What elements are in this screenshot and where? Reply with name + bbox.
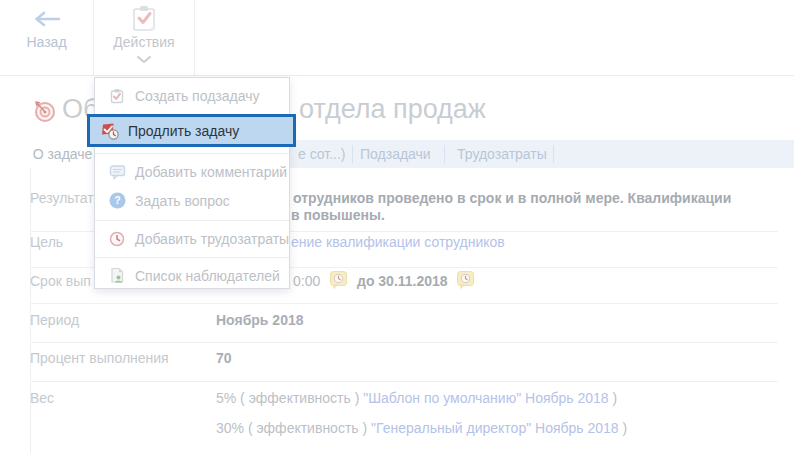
- chevron-down-icon: [136, 55, 152, 64]
- field-label-period: Период: [30, 312, 79, 328]
- question-icon: ?: [108, 192, 126, 210]
- weight-row1-suffix: ): [609, 390, 618, 406]
- deadline-time-fragment: 0:00: [293, 273, 320, 289]
- period-value: Ноябрь 2018: [216, 312, 304, 328]
- percent-value: 70: [216, 350, 232, 366]
- svg-text:?: ?: [114, 194, 120, 206]
- field-label-deadline: Срок вып: [30, 273, 91, 289]
- goal-link[interactable]: ение квалификации сотрудников: [291, 234, 505, 250]
- top-toolbar: Назад Действия: [0, 0, 794, 76]
- back-arrow-icon: [31, 11, 63, 27]
- menu-item-ask-question[interactable]: ? Задать вопрос: [95, 186, 289, 215]
- reminder-icon[interactable]: [330, 271, 347, 289]
- menu-item-label: Продлить задачу: [128, 123, 239, 139]
- weight-row1-link[interactable]: "Шаблон по умолчанию" Ноябрь 2018: [363, 390, 608, 406]
- field-label-result: Результат: [30, 190, 94, 206]
- tab-timelog[interactable]: Трудозатраты: [457, 140, 547, 168]
- weight-row-2: 30% ( эффективность ) "Генеральный дирек…: [216, 420, 627, 436]
- task-page: Назад Действия Обуч отдела продаж О зада…: [0, 0, 794, 474]
- menu-item-label: Задать вопрос: [135, 193, 230, 209]
- tab-separator: [553, 145, 554, 163]
- reminder-icon[interactable]: [457, 271, 474, 289]
- field-label-percent: Процент выполнения: [30, 350, 169, 366]
- menu-divider: [95, 220, 289, 221]
- card-left-edge: [30, 168, 31, 453]
- menu-item-label: Добавить трудозатраты: [135, 231, 289, 247]
- actions-label: Действия: [94, 34, 194, 50]
- create-subtask-icon: [108, 87, 126, 105]
- back-button[interactable]: Назад: [0, 0, 93, 75]
- row-divider: [30, 381, 778, 382]
- menu-item-add-timelog[interactable]: Добавить трудозатраты: [95, 224, 289, 253]
- weight-row1-prefix: 5% ( эффективность ): [216, 390, 363, 406]
- menu-divider: [95, 153, 289, 154]
- weight-row2-link[interactable]: "Генеральный директор" Ноябрь 2018: [371, 420, 619, 436]
- watchers-icon: [108, 267, 126, 285]
- weight-row2-prefix: 30% ( эффективность ): [216, 420, 371, 436]
- tab-about-task[interactable]: О задаче: [30, 140, 95, 168]
- menu-item-label: Добавить комментарий: [135, 164, 287, 180]
- menu-item-add-comment[interactable]: Добавить комментарий: [95, 157, 289, 186]
- field-label-goal: Цель: [30, 234, 63, 250]
- page-title-right-fragment: отдела продаж: [299, 94, 486, 125]
- back-label: Назад: [0, 34, 93, 50]
- result-value-line2: в повышены.: [291, 207, 385, 223]
- row-divider: [30, 342, 778, 343]
- comment-icon: [108, 163, 126, 181]
- deadline-until: до 30.11.2018: [357, 273, 448, 289]
- timelog-icon: [108, 230, 126, 248]
- menu-item-create-subtask[interactable]: Создать подзадачу: [95, 81, 289, 110]
- tab-subtasks[interactable]: Подзадачи: [360, 140, 431, 168]
- menu-item-extend-task-highlighted[interactable]: Продлить задачу: [87, 114, 296, 147]
- menu-item-label: Создать подзадачу: [135, 88, 259, 104]
- result-value-line1: отрудников проведено в срок и в полной м…: [293, 190, 731, 206]
- actions-clipboard-icon: [131, 4, 157, 32]
- weight-row-1: 5% ( эффективность ) "Шаблон по умолчани…: [216, 390, 617, 406]
- field-label-weight: Вес: [30, 390, 54, 406]
- weight-row2-suffix: ): [619, 420, 628, 436]
- actions-dropdown-menu: Создать подзадачу Добавить комментарий ?…: [94, 77, 290, 289]
- tab-hidden-fragment[interactable]: е сот...): [298, 140, 346, 168]
- target-icon: [33, 99, 57, 123]
- menu-divider: [95, 257, 289, 258]
- tab-separator: [352, 145, 353, 163]
- row-divider: [30, 303, 778, 304]
- menu-item-watchers-list[interactable]: Список наблюдателей: [95, 261, 289, 290]
- actions-button[interactable]: Действия: [93, 0, 195, 75]
- extend-task-icon: [101, 122, 119, 140]
- menu-item-label: Список наблюдателей: [135, 268, 280, 284]
- tab-separator: [444, 145, 445, 163]
